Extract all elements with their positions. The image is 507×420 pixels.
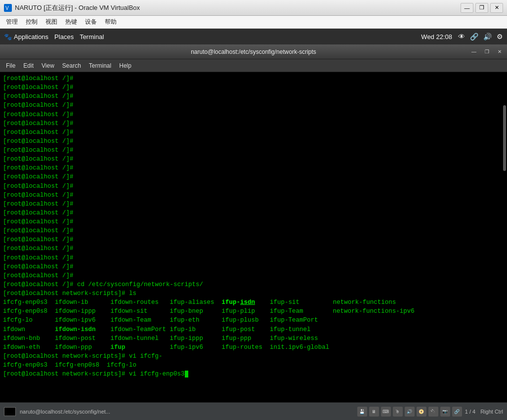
- terminal-line: [root@localhost /]#: [3, 119, 504, 128]
- status-icon-5[interactable]: 🔊: [405, 407, 415, 417]
- svg-text:V: V: [5, 5, 9, 11]
- terminal-line: [root@localhost /]#: [3, 182, 504, 191]
- terminal-line: [root@localhost /]#: [3, 146, 504, 155]
- status-right: 💾 🖥 ⌨ 🖱 🔊 📀 🔌 📷 🔗 1 / 4 Right Ctrl: [357, 407, 503, 417]
- terminal-line: [root@localhost /]#: [3, 200, 504, 209]
- terminal-line: [root@localhost /]#: [3, 137, 504, 146]
- terminal-line: [root@localhost /]#: [3, 92, 504, 101]
- terminal-line: [root@localhost /]#: [3, 101, 504, 110]
- terminal-menu-edit[interactable]: Edit: [19, 61, 38, 70]
- terminal-ls-row4: ifdown ifdown-isdn ifdown-TeamPort ifup-…: [3, 325, 504, 334]
- terminal-menu-terminal[interactable]: Terminal: [85, 61, 115, 70]
- status-right-ctrl: Right Ctrl: [480, 409, 503, 415]
- terminal-line: [root@localhost /]#: [3, 83, 504, 92]
- status-page: 1 / 4: [465, 409, 475, 415]
- terminal-ls-row6: ifdown-eth ifdown-ppp ifup ifup-ipv6 ifu…: [3, 343, 504, 352]
- status-icon-7[interactable]: 🔌: [428, 407, 438, 417]
- status-icon-3[interactable]: ⌨: [381, 407, 391, 417]
- terminal-ls-row1: ifcfg-enp0s3 ifdown-ib ifdown-routes ifu…: [3, 298, 504, 307]
- terminal-menu-file[interactable]: File: [2, 61, 19, 70]
- terminal-restore-button[interactable]: ❐: [481, 47, 492, 56]
- terminal-minimize-button[interactable]: —: [468, 47, 479, 56]
- vbox-statusbar: naruto@localhost:/etc/sysconfig/net... 💾…: [0, 402, 507, 420]
- terminal-menu-help[interactable]: Help: [115, 61, 135, 70]
- terminal-line: [root@localhost /]#: [3, 226, 504, 235]
- terminal-final-cmd: [root@localhost network-scripts]# vi ifc…: [3, 370, 504, 378]
- terminal-title: naruto@localhost:/etc/sysconfig/network-…: [191, 48, 316, 55]
- vbox-menu-help[interactable]: 帮助: [101, 17, 121, 27]
- terminal-menubar: File Edit View Search Terminal Help: [0, 59, 507, 72]
- terminal-ls-row5: ifdown-bnb ifdown-post ifdown-tunnel ifu…: [3, 334, 504, 343]
- gnome-applications-label: Applications: [14, 33, 48, 41]
- terminal-menu-view[interactable]: View: [38, 61, 58, 70]
- terminal-line: [root@localhost /]#: [3, 74, 504, 83]
- terminal-close-button[interactable]: ✕: [494, 47, 505, 56]
- vbox-menu-manage[interactable]: 管理: [2, 17, 22, 27]
- gnome-terminal-menu[interactable]: Terminal: [80, 33, 104, 41]
- vbox-minimize-button[interactable]: —: [461, 3, 473, 13]
- terminal-line: [root@localhost /]#: [3, 110, 504, 119]
- status-vm-label: naruto@localhost:/etc/sysconfig/net...: [20, 409, 110, 415]
- vbox-close-button[interactable]: ✕: [490, 3, 503, 13]
- vbox-menubar: 管理 控制 视图 热键 设备 帮助: [0, 16, 507, 29]
- virtualbox-window: V NARUTO [正在运行] - Oracle VM VirtualBox —…: [0, 0, 507, 420]
- status-icons: 💾 🖥 ⌨ 🖱 🔊 📀 🔌 📷 🔗: [357, 407, 462, 417]
- guest-os-content: 🐾 Applications Places Terminal Wed 22:08…: [0, 29, 507, 402]
- gnome-app-icon: 🐾: [4, 33, 12, 41]
- status-icon-8[interactable]: 📷: [440, 407, 450, 417]
- status-left: naruto@localhost:/etc/sysconfig/net...: [4, 407, 110, 416]
- vbox-menu-devices[interactable]: 设备: [81, 17, 101, 27]
- gnome-clock: Wed 22:08: [421, 33, 452, 41]
- terminal-menu-search[interactable]: Search: [58, 61, 85, 70]
- status-icon-1[interactable]: 💾: [357, 407, 367, 417]
- gnome-places-menu[interactable]: Places: [54, 33, 74, 41]
- gnome-system-icons: 👁 🔗 🔊 ⚙: [458, 33, 503, 41]
- gnome-screen-icon[interactable]: 👁: [458, 33, 465, 41]
- terminal-line: [root@localhost /]#: [3, 209, 504, 217]
- terminal-line: [root@localhost /]#: [3, 217, 504, 226]
- terminal-line: [root@localhost /]#: [3, 164, 504, 172]
- terminal-line: [root@localhost /]#: [3, 271, 504, 280]
- vbox-restore-button[interactable]: ❐: [475, 3, 488, 13]
- terminal-vi-options: ifcfg-enp0s3 ifcfg-enp0s8 ifcfg-lo: [3, 361, 504, 370]
- terminal-ls-row3: ifcfg-lo ifdown-ipv6 ifdown-Team ifup-et…: [3, 316, 504, 325]
- status-thumbnail: [4, 407, 16, 416]
- terminal-line: [root@localhost /]#: [3, 155, 504, 164]
- gnome-applications-menu[interactable]: 🐾 Applications: [4, 33, 48, 41]
- gnome-topbar: 🐾 Applications Places Terminal Wed 22:08…: [0, 29, 507, 44]
- status-icon-9[interactable]: 🔗: [452, 407, 462, 417]
- terminal-line: [root@localhost /]#: [3, 172, 504, 181]
- terminal-line: [root@localhost /]#: [3, 235, 504, 244]
- vbox-menu-hotkey[interactable]: 热键: [61, 17, 81, 27]
- status-icon-2[interactable]: 🖥: [369, 407, 379, 417]
- terminal-vi-cmd: [root@localhost network-scripts]# vi ifc…: [3, 352, 504, 361]
- status-icon-4[interactable]: 🖱: [393, 407, 403, 417]
- vbox-menu-control[interactable]: 控制: [22, 17, 42, 27]
- gnome-sound-icon[interactable]: 🔊: [483, 33, 492, 41]
- terminal-titlebar: naruto@localhost:/etc/sysconfig/network-…: [0, 44, 507, 59]
- terminal-content[interactable]: [root@localhost /]# [root@localhost /]# …: [0, 72, 507, 402]
- terminal-cd-command: [root@localhost /]# cd /etc/sysconfig/ne…: [3, 280, 504, 289]
- vbox-window-buttons: — ❐ ✕: [461, 3, 503, 13]
- terminal-ls-row2: ifcfg-enp0s8 ifdown-ippp ifdown-sit ifup…: [3, 307, 504, 316]
- terminal-line: [root@localhost /]#: [3, 191, 504, 200]
- terminal-line: [root@localhost /]#: [3, 262, 504, 271]
- gnome-network-icon[interactable]: 🔗: [470, 33, 478, 41]
- status-icon-6[interactable]: 📀: [417, 407, 426, 417]
- vbox-app-icon: V: [4, 4, 12, 12]
- terminal-line: [root@localhost /]#: [3, 244, 504, 253]
- vbox-title: NARUTO [正在运行] - Oracle VM VirtualBox: [15, 3, 461, 12]
- gnome-settings-icon[interactable]: ⚙: [497, 33, 503, 41]
- terminal-window-buttons: — ❐ ✕: [468, 47, 505, 56]
- terminal-scrollbar[interactable]: [503, 105, 506, 171]
- terminal-line: [root@localhost /]#: [3, 128, 504, 137]
- terminal-line: [root@localhost /]#: [3, 253, 504, 262]
- vbox-menu-view[interactable]: 视图: [42, 17, 61, 27]
- vbox-titlebar: V NARUTO [正在运行] - Oracle VM VirtualBox —…: [0, 0, 507, 16]
- terminal-ls-command: [root@localhost network-scripts]# ls: [3, 289, 504, 298]
